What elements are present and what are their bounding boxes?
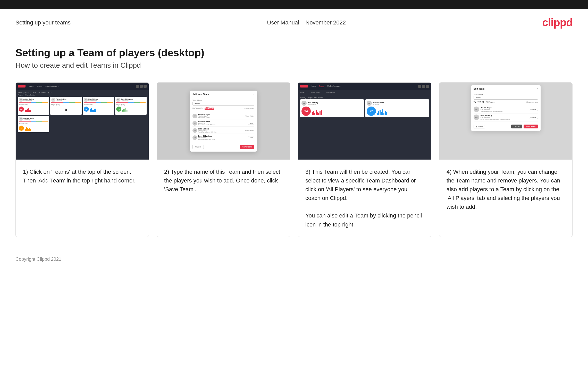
copyright-text: Copyright Clippd 2021 [15, 257, 61, 262]
logo: clippd [542, 16, 573, 29]
ss2-player-details: Dave Billingham 1.5 HandicapThe Gog Mago… [198, 135, 215, 140]
ss2-player-details: Blair McHarg Plus HandicapRoyal North De… [198, 128, 216, 133]
ss2-player-club: Plus HandicapRoyal North Devon Golf Club [198, 130, 216, 133]
card-3-description: 3) This Team will then be created. You c… [298, 160, 431, 237]
ss2-player-club: Plus HandicapThe Show London [198, 115, 210, 118]
ss4-player-details: Blair McHarg Plus HandicapRoyal North De… [481, 115, 510, 120]
ss2-player-club: 1 HandicapCentral London Golf Centre [198, 123, 215, 126]
ss4-player-name: Blair McHarg [481, 115, 510, 116]
ss4-delete-label: Delete [478, 126, 483, 127]
ss4-player-name: Adrian Player [481, 107, 503, 108]
add-new-team-dialog: Add New Team × Team Name * Team A My Tea… [190, 91, 257, 152]
ss2-player-added-badge: Player Added [245, 130, 254, 131]
cards-container: Home Teams My Performance Viewing 5 out … [0, 77, 588, 252]
ss4-save-team-button[interactable]: Save Team [524, 125, 538, 128]
ss4-close-icon[interactable]: × [536, 87, 538, 90]
ss2-player-list: AP Adrian Player Plus HandicapThe Show L… [192, 113, 254, 141]
ss2-player-row: BM Blair McHarg Plus HandicapRoyal North… [192, 127, 254, 134]
ss2-add-player-button[interactable]: Add [248, 122, 254, 125]
ss3-topbar: Home Teams My Performance [298, 83, 431, 90]
screenshot-3: Home Teams My Performance Players | Play… [298, 83, 431, 160]
ss2-player-name: Blair McHarg [198, 128, 216, 130]
ss2-player-info: AC Adrian Coliba 1 HandicapCentral Londo… [192, 121, 215, 126]
ss2-close-icon[interactable]: × [253, 93, 254, 95]
ss2-player-info: AP Adrian Player Plus HandicapThe Show L… [192, 113, 210, 118]
card-4: Edit Team × Team Name * Team A My Team (… [439, 82, 573, 237]
screenshot-1: Home Teams My Performance Viewing 5 out … [16, 83, 149, 160]
ss4-dialog-title: Edit Team [474, 88, 484, 90]
ss4-team-name-input[interactable]: Team A [474, 96, 538, 100]
card-3: Home Teams My Performance Players | Play… [298, 82, 431, 237]
ss2-save-team-button[interactable]: Save Team [240, 145, 254, 149]
ss1-topbar: Home Teams My Performance [16, 83, 149, 90]
card-4-description: 4) When editing your Team, you can chang… [439, 160, 572, 237]
ss2-dialog-header: Add New Team × [190, 91, 257, 97]
ss2-player-avatar: AC [192, 121, 197, 126]
ss2-player-row: DB Dave Billingham 1.5 HandicapThe Gog M… [192, 134, 254, 141]
ss2-player-row: AP Adrian Player Plus HandicapThe Show L… [192, 113, 254, 119]
ss2-player-added-badge: Player Added [245, 115, 254, 117]
card-1-description: 1) Click on 'Teams' at the top of the sc… [16, 160, 149, 237]
edit-team-dialog: Edit Team × Team Name * Team A My Team (… [471, 85, 541, 131]
ss2-add-player-button[interactable]: Add [248, 136, 254, 139]
ss2-filter-by-name[interactable]: ☐ Filter by name [243, 108, 254, 109]
trash-icon: 🗑 [476, 126, 477, 127]
ss4-player-avatar: BM [474, 115, 479, 120]
ss4-dialog-header: Edit Team × [471, 85, 541, 92]
ss4-player-row: AP Adrian Player Plus HandicapThe Show L… [474, 106, 538, 113]
page-title: Setting up a Team of players (desktop) [15, 47, 573, 59]
ss4-filter-by-name[interactable]: ☐ Filter by name [526, 101, 538, 103]
ss4-delete-button[interactable]: 🗑 Delete [474, 125, 485, 128]
ss4-player-avatar: AP [474, 107, 479, 112]
page-title-section: Setting up a Team of players (desktop) H… [0, 34, 588, 77]
card-2-description: 2) Type the name of this Team and then s… [157, 160, 290, 237]
ss4-player-row: BM Blair McHarg Plus HandicapRoyal North… [474, 113, 538, 121]
ss4-remove-player-button[interactable]: Remove [529, 116, 538, 119]
screenshot-2: Add New Team × Team Name * Team A My Tea… [157, 83, 290, 160]
ss4-dialog-footer: 🗑 Delete Cancel Save Team [471, 123, 541, 129]
ss2-tab-all-players[interactable]: All Players [205, 107, 214, 110]
ss2-dialog-footer: Cancel Save Team [190, 143, 257, 150]
ss2-player-details: Adrian Player Plus HandicapThe Show Lond… [198, 113, 210, 118]
header-center-text: User Manual – November 2022 [267, 19, 346, 26]
ss2-player-info: DB Dave Billingham 1.5 HandicapThe Gog M… [192, 135, 215, 140]
ss2-player-club: 1.5 HandicapThe Gog Magog Golf Club [198, 137, 215, 140]
ss2-player-details: Adrian Coliba 1 HandicapCentral London G… [198, 121, 215, 126]
ss2-player-info: BM Blair McHarg Plus HandicapRoyal North… [192, 128, 216, 133]
ss2-team-name-label: Team Name * [192, 99, 254, 101]
header: Setting up your teams User Manual – Nove… [0, 9, 588, 34]
ss4-player-sub: Plus HandicapThe Show London, United Kin… [481, 108, 503, 112]
ss2-player-row: AC Adrian Coliba 1 HandicapCentral Londo… [192, 120, 254, 127]
ss2-dialog-body: Team Name * Team A My Team (2) All Playe… [190, 97, 257, 143]
ss4-remove-player-button[interactable]: Remove [529, 108, 538, 111]
ss4-tab-all-players[interactable]: All Players [486, 101, 494, 103]
ss2-cancel-button[interactable]: Cancel [192, 145, 204, 149]
ss4-tabs: My Team (2) All Players ☐ Filter by name [474, 101, 538, 104]
ss2-player-name: Adrian Player [198, 113, 210, 115]
top-black-bar [0, 0, 588, 9]
header-left-text: Setting up your teams [15, 19, 71, 26]
ss2-tab-my-team[interactable]: My Team (2) [192, 107, 203, 110]
ss2-player-avatar: AP [192, 114, 197, 118]
card-2: Add New Team × Team Name * Team A My Tea… [157, 82, 290, 237]
ss2-dialog-title: Add New Team [192, 93, 209, 95]
ss2-player-avatar: DB [192, 135, 197, 140]
footer: Copyright Clippd 2021 [0, 252, 588, 266]
ss2-team-name-input[interactable]: Team A [192, 102, 254, 106]
ss4-dialog-body: Team Name * Team A My Team (2) All Playe… [471, 92, 541, 123]
ss4-player-info: BM Blair McHarg Plus HandicapRoyal North… [474, 115, 510, 120]
card-1: Home Teams My Performance Viewing 5 out … [15, 82, 149, 237]
ss2-tabs: My Team (2) All Players ☐ Filter by name [192, 107, 254, 111]
ss4-player-info: AP Adrian Player Plus HandicapThe Show L… [474, 107, 503, 112]
ss2-player-avatar: BM [192, 128, 197, 133]
screenshot-4: Edit Team × Team Name * Team A My Team (… [439, 83, 572, 160]
page-subtitle: How to create and edit Teams in Clippd [15, 61, 573, 69]
ss2-player-name: Dave Billingham [198, 135, 215, 137]
ss2-player-name: Adrian Coliba [198, 121, 215, 123]
ss4-team-name-label: Team Name * [474, 93, 538, 95]
ss4-player-sub: Plus HandicapRoyal North Devon Golf Club… [481, 116, 510, 120]
ss4-player-details: Adrian Player Plus HandicapThe Show Lond… [481, 107, 503, 112]
ss4-tab-my-team[interactable]: My Team (2) [474, 101, 484, 103]
ss4-cancel-button[interactable]: Cancel [511, 125, 522, 128]
